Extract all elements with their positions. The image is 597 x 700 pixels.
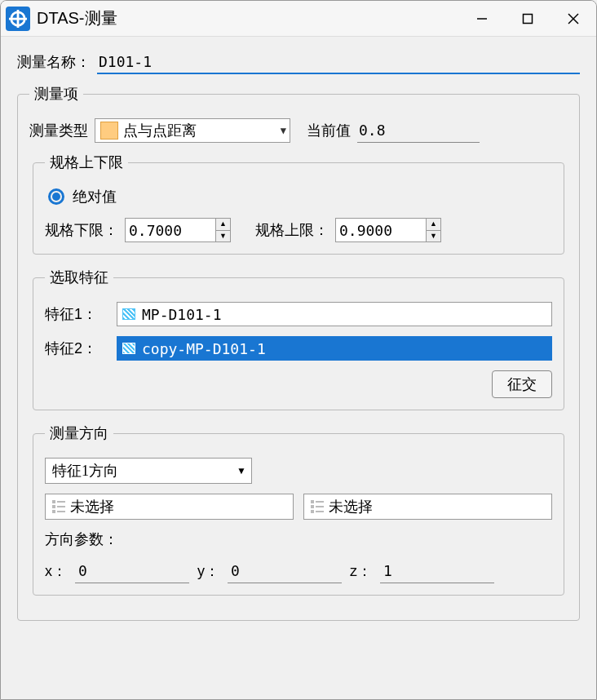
name-row: 测量名称： [17, 50, 580, 74]
type-row: 测量类型 点与点距离 ▼ 当前值 [29, 118, 568, 143]
spec-group-legend: 规格上下限 [45, 153, 128, 172]
feature-icon [122, 343, 135, 354]
feature-icon [122, 308, 135, 320]
window-title: DTAS-测量 [37, 7, 459, 29]
upper-spin-input[interactable] [336, 219, 426, 241]
submit-button[interactable]: 征交 [492, 370, 552, 398]
name-label: 测量名称： [17, 52, 91, 72]
current-label: 当前值 [307, 121, 351, 140]
app-window: DTAS-测量 测量名称： 测量项 测量类型 [0, 0, 597, 700]
measurement-group: 测量项 测量类型 点与点距离 ▼ 当前值 规格上下限 绝对值 [17, 84, 580, 621]
feature-group: 选取特征 特征1： MP-D101-1 特征2： copy-MP-D101-1 [33, 268, 564, 410]
direction-selects-row: 未选择 未选择 [45, 494, 552, 520]
upper-label: 规格上限： [255, 220, 329, 240]
feature1-field[interactable]: MP-D101-1 [117, 302, 552, 326]
direction-combo-row: 特征1方向 ▼ [45, 458, 552, 484]
x-input[interactable] [75, 559, 189, 583]
direction-select-1-value: 未选择 [70, 497, 114, 516]
window-buttons [459, 1, 596, 36]
y-input[interactable] [228, 559, 342, 583]
direction-select-2[interactable]: 未选择 [303, 494, 552, 520]
lower-spin-down[interactable]: ▼ [216, 231, 230, 242]
name-input[interactable] [97, 50, 580, 74]
chevron-down-icon: ▼ [281, 125, 286, 136]
feature2-label: 特征2： [45, 339, 110, 358]
close-button[interactable] [551, 1, 596, 36]
chevron-down-icon: ▼ [237, 465, 246, 477]
direction-combo[interactable]: 特征1方向 ▼ [45, 458, 252, 484]
direction-select-1[interactable]: 未选择 [45, 494, 294, 520]
maximize-button[interactable] [505, 1, 551, 36]
tree-icon [311, 500, 324, 513]
abs-radio-row[interactable]: 绝对值 [45, 187, 552, 206]
minimize-icon [476, 13, 488, 24]
type-combo[interactable]: 点与点距离 ▼ [95, 118, 290, 143]
lower-spin-input[interactable] [126, 219, 215, 241]
lower-spin-arrows: ▲ ▼ [215, 219, 230, 241]
upper-spin-arrows: ▲ ▼ [426, 219, 440, 241]
feature2-value: copy-MP-D101-1 [142, 340, 266, 357]
lower-spin-up[interactable]: ▲ [216, 219, 230, 231]
spec-inputs-row: 规格下限： ▲ ▼ 规格上限： ▲ ▼ [45, 218, 552, 242]
upper-spin[interactable]: ▲ ▼ [335, 218, 441, 242]
lower-spin[interactable]: ▲ ▼ [125, 218, 231, 242]
feature2-row: 特征2： copy-MP-D101-1 [45, 336, 552, 361]
lower-label: 规格下限： [45, 220, 118, 240]
xyz-row: x： y： z： [45, 559, 552, 583]
direction-group: 测量方向 特征1方向 ▼ 未选择 未选择 [33, 423, 564, 596]
titlebar: DTAS-测量 [1, 1, 596, 37]
content-area: 测量名称： 测量项 测量类型 点与点距离 ▼ 当前值 规格上下限 [1, 37, 596, 647]
distance-icon [100, 122, 118, 140]
feature-group-legend: 选取特征 [45, 268, 113, 287]
feature1-row: 特征1： MP-D101-1 [45, 302, 552, 326]
direction-select-2-value: 未选择 [329, 497, 373, 516]
type-combo-value: 点与点距离 [123, 121, 197, 140]
radio-checked-icon [48, 188, 64, 205]
z-input[interactable] [380, 559, 494, 583]
feature1-value: MP-D101-1 [142, 306, 222, 323]
type-label: 测量类型 [29, 121, 88, 140]
current-value-input[interactable] [357, 118, 480, 143]
z-label: z： [350, 561, 372, 581]
submit-row: 征交 [45, 370, 552, 398]
direction-combo-value: 特征1方向 [52, 461, 118, 481]
direction-group-legend: 测量方向 [45, 423, 113, 443]
direction-param-label-row: 方向参数： [45, 529, 552, 549]
minimize-button[interactable] [459, 1, 505, 36]
x-label: x： [45, 561, 67, 581]
measurement-group-legend: 测量项 [29, 84, 83, 104]
upper-spin-down[interactable]: ▼ [427, 231, 440, 242]
maximize-icon [522, 13, 533, 24]
feature2-field[interactable]: copy-MP-D101-1 [117, 336, 552, 361]
svg-rect-4 [524, 14, 533, 23]
y-label: y： [197, 561, 219, 581]
feature1-label: 特征1： [45, 304, 110, 324]
spec-group: 规格上下限 绝对值 规格下限： ▲ ▼ 规格上限： [33, 153, 564, 255]
abs-label: 绝对值 [73, 187, 117, 206]
tree-icon [52, 500, 65, 513]
upper-spin-up[interactable]: ▲ [427, 219, 440, 231]
direction-param-label: 方向参数： [45, 529, 118, 549]
close-icon [568, 13, 579, 24]
app-icon [6, 7, 30, 31]
